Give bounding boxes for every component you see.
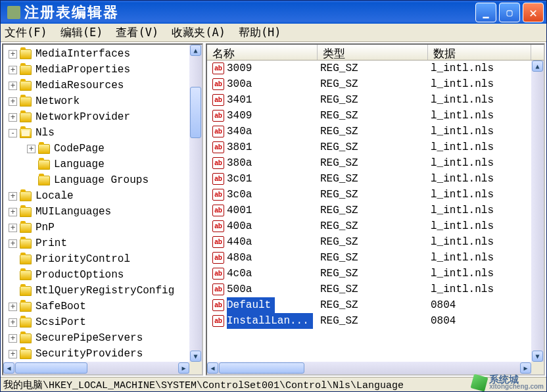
list-row[interactable]: ab440aREG_SZl_intl.nls	[207, 234, 544, 250]
registry-tree[interactable]: +MediaInterfaces+MediaProperties+MediaRe…	[3, 45, 202, 362]
col-data[interactable]: 数据	[428, 45, 531, 60]
string-value-icon: ab	[212, 252, 224, 264]
col-name[interactable]: 名称	[207, 45, 318, 60]
tree-item[interactable]: +SafeBoot	[3, 299, 202, 314]
plus-icon[interactable]: +	[9, 50, 17, 59]
plus-icon[interactable]: +	[9, 303, 17, 311]
scroll-thumb[interactable]	[190, 87, 201, 138]
plus-icon[interactable]: +	[9, 66, 17, 74]
list-row[interactable]: ab3409REG_SZl_intl.nls	[207, 108, 544, 124]
scroll-down-icon[interactable]: ▼	[532, 351, 543, 362]
tree-hscrollbar[interactable]: ◀ ▶	[3, 362, 189, 374]
scroll-up-icon[interactable]: ▲	[190, 45, 201, 56]
tree-item[interactable]: +NetworkProvider	[3, 109, 202, 125]
list-hscrollbar[interactable]: ◀ ▶	[207, 362, 531, 374]
tree-item[interactable]: +ScsiPort	[3, 314, 202, 330]
string-value-icon: ab	[212, 62, 224, 74]
tree-item[interactable]: PriorityControl	[3, 251, 202, 267]
list-row[interactable]: ab3401REG_SZl_intl.nls	[207, 92, 544, 108]
tree-item[interactable]: +CodePage	[3, 141, 202, 157]
minimize-button[interactable]: ▁	[475, 3, 496, 22]
plus-icon[interactable]: +	[27, 145, 36, 153]
menu-help[interactable]: 帮助(H)	[239, 25, 281, 40]
tree-item[interactable]: +MediaProperties	[3, 62, 202, 78]
tree-item[interactable]: +MediaResources	[3, 78, 202, 93]
plus-icon[interactable]: +	[9, 350, 17, 358]
tree-item[interactable]: +Print	[3, 235, 202, 251]
status-path: 我的电脑\HKEY_LOCAL_MACHINE\SYSTEM\ControlSe…	[3, 380, 404, 391]
tree-item[interactable]: +Network	[3, 93, 202, 109]
list-row[interactable]: abInstallLan...REG_SZ0804	[207, 313, 544, 329]
scroll-thumb[interactable]	[15, 362, 87, 374]
col-type[interactable]: 类型	[318, 45, 428, 60]
list-row[interactable]: ab480aREG_SZl_intl.nls	[207, 250, 544, 266]
tree-item[interactable]: RtlQueryRegistryConfig	[3, 283, 202, 299]
tree-item[interactable]: +MediaInterfaces	[3, 46, 202, 62]
value-type: REG_SZ	[318, 282, 428, 297]
tree-item[interactable]: +PnP	[3, 220, 202, 235]
value-type: REG_SZ	[318, 218, 428, 234]
list-row[interactable]: ab300aREG_SZl_intl.nls	[207, 76, 544, 92]
list-row[interactable]: ab380aREG_SZl_intl.nls	[207, 155, 544, 171]
list-row[interactable]: ab500aREG_SZl_intl.nls	[207, 282, 544, 297]
scroll-right-icon[interactable]: ▶	[178, 362, 189, 374]
value-name: 3c0a	[227, 187, 252, 203]
list-row[interactable]: ab400aREG_SZl_intl.nls	[207, 218, 544, 234]
value-name: InstallLan...	[227, 313, 313, 329]
folder-icon	[20, 97, 32, 107]
tree-vscrollbar[interactable]: ▲ ▼	[189, 45, 202, 362]
plus-icon[interactable]: +	[9, 224, 17, 232]
titlebar[interactable]: 注册表编辑器 ▁ ▢ ✕	[1, 1, 546, 24]
scroll-left-icon[interactable]: ◀	[207, 362, 218, 374]
tree-item[interactable]: +SecurityProviders	[3, 346, 202, 362]
expander-blank	[9, 255, 17, 264]
plus-icon[interactable]: +	[9, 192, 17, 201]
menu-file[interactable]: 文件(F)	[5, 25, 47, 40]
tree-item-label: SafeBoot	[36, 299, 86, 314]
close-button[interactable]: ✕	[523, 3, 544, 22]
plus-icon[interactable]: +	[9, 113, 17, 122]
list-vscrollbar[interactable]: ▲ ▼	[531, 61, 544, 362]
plus-icon[interactable]: +	[9, 334, 17, 343]
maximize-button[interactable]: ▢	[499, 3, 520, 22]
menu-view[interactable]: 查看(V)	[116, 25, 158, 40]
value-type: REG_SZ	[318, 297, 428, 313]
list-row[interactable]: ab4c0aREG_SZl_intl.nls	[207, 266, 544, 282]
value-data: l_intl.nls	[428, 124, 544, 139]
list-row[interactable]: abDefaultREG_SZ0804	[207, 297, 544, 313]
tree-item[interactable]: +Locale	[3, 188, 202, 204]
plus-icon[interactable]: +	[9, 239, 17, 248]
value-name: 440a	[227, 234, 252, 250]
tree-item[interactable]: Language Groups	[3, 172, 202, 188]
list-row[interactable]: ab3c0aREG_SZl_intl.nls	[207, 187, 544, 203]
list-row[interactable]: ab4001REG_SZl_intl.nls	[207, 203, 544, 218]
plus-icon[interactable]: +	[9, 97, 17, 106]
scroll-thumb[interactable]	[219, 362, 304, 374]
value-name: 500a	[227, 282, 252, 297]
plus-icon[interactable]: +	[9, 318, 17, 327]
plus-icon[interactable]: +	[9, 82, 17, 90]
minus-icon[interactable]: -	[9, 129, 17, 137]
menu-edit[interactable]: 编辑(E)	[60, 25, 103, 40]
tree-item[interactable]: +SecurePipeServers	[3, 330, 202, 346]
list-row[interactable]: ab3c01REG_SZl_intl.nls	[207, 171, 544, 187]
value-list[interactable]: ab3009REG_SZl_intl.nlsab300aREG_SZl_intl…	[207, 61, 544, 329]
list-row[interactable]: ab3009REG_SZl_intl.nls	[207, 61, 544, 76]
tree-item[interactable]: -Nls	[3, 125, 202, 141]
list-row[interactable]: ab340aREG_SZl_intl.nls	[207, 124, 544, 139]
list-row[interactable]: ab3801REG_SZl_intl.nls	[207, 139, 544, 155]
watermark-cube-icon	[471, 374, 488, 392]
scroll-up-icon[interactable]: ▲	[532, 61, 543, 72]
folder-icon	[38, 144, 50, 154]
window-title: 注册表编辑器	[24, 3, 473, 22]
folder-icon	[20, 318, 32, 328]
scroll-right-icon[interactable]: ▶	[520, 362, 531, 374]
tree-item[interactable]: ProductOptions	[3, 267, 202, 283]
value-data: l_intl.nls	[428, 108, 544, 124]
tree-item[interactable]: +MUILanguages	[3, 204, 202, 220]
scroll-down-icon[interactable]: ▼	[190, 351, 201, 362]
tree-item[interactable]: Language	[3, 157, 202, 172]
scroll-left-icon[interactable]: ◀	[3, 362, 14, 374]
plus-icon[interactable]: +	[9, 208, 17, 216]
menu-favorites[interactable]: 收藏夹(A)	[172, 25, 226, 40]
